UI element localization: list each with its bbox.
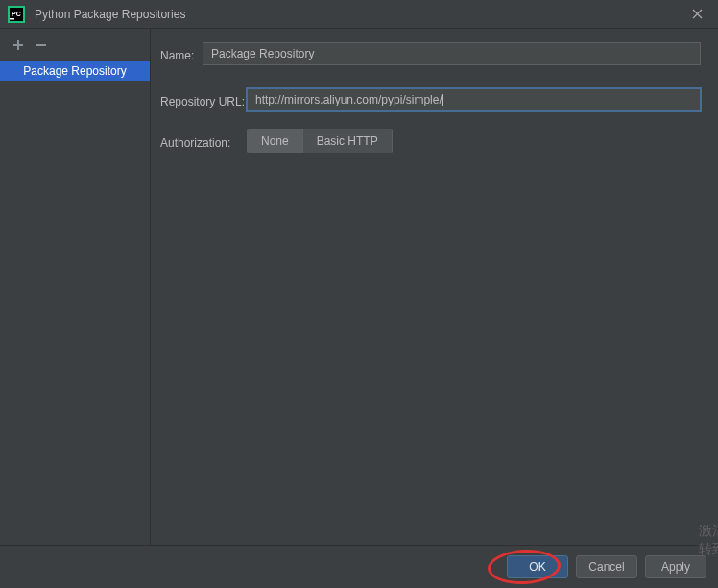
url-input[interactable]: http://mirrors.aliyun.com/pypi/simple/ — [247, 88, 701, 111]
auth-label: Authorization: — [160, 132, 247, 150]
repo-list-item[interactable]: Package Repository — [0, 61, 150, 81]
pycharm-icon: PC — [8, 6, 25, 23]
auth-none-button[interactable]: None — [248, 129, 303, 153]
cancel-button[interactable]: Cancel — [576, 555, 637, 578]
plus-icon — [12, 38, 25, 52]
svg-rect-4 — [10, 18, 14, 20]
remove-repo-button[interactable] — [35, 38, 48, 52]
url-row: Repository URL: http://mirrors.aliyun.co… — [160, 88, 701, 111]
minus-icon — [35, 38, 48, 52]
add-repo-button[interactable] — [12, 38, 25, 52]
svg-text:PC: PC — [12, 11, 21, 17]
ok-button[interactable]: OK — [507, 555, 568, 578]
auth-basic-button[interactable]: Basic HTTP — [303, 129, 392, 153]
name-row: Name: — [160, 42, 701, 65]
close-button[interactable] — [684, 3, 710, 26]
content-area: Package Repository Name: Repository URL:… — [0, 29, 718, 545]
form-area: Name: Repository URL: http://mirrors.ali… — [151, 29, 718, 545]
auth-row: Authorization: None Basic HTTP — [160, 129, 701, 153]
titlebar: PC Python Package Repositories — [0, 0, 718, 29]
window-title: Python Package Repositories — [35, 8, 684, 21]
footer: OK Cancel Apply — [0, 545, 718, 588]
auth-segmented: None Basic HTTP — [247, 129, 393, 153]
url-value: http://mirrors.aliyun.com/pypi/simple/ — [255, 93, 443, 106]
text-caret — [442, 94, 443, 106]
name-input[interactable] — [203, 42, 701, 65]
sidebar: Package Repository — [0, 29, 151, 545]
sidebar-toolbar — [0, 36, 150, 61]
close-icon — [692, 9, 703, 19]
name-label: Name: — [160, 45, 203, 62]
url-label: Repository URL: — [160, 91, 247, 108]
apply-button[interactable]: Apply — [645, 555, 706, 578]
